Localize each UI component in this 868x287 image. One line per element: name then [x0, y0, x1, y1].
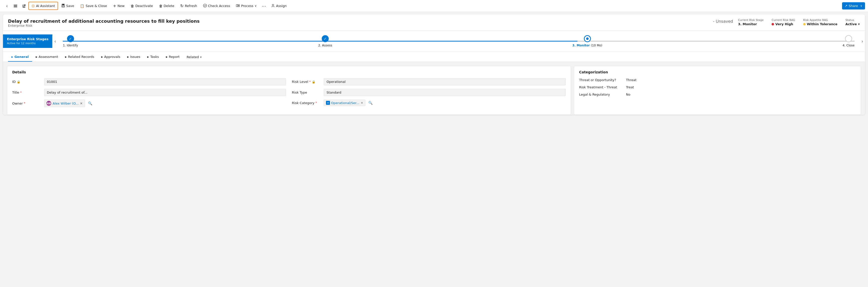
deactivate-button[interactable]: 🗑 Deactivate — [128, 2, 156, 10]
category-icon: ≡ — [326, 101, 330, 105]
share-label: Share — [848, 4, 858, 8]
stage-track-container: ✓ 1. Identify ✓ 2. Assess — [58, 31, 860, 52]
record-subtitle: Enterprise Risk — [8, 24, 733, 27]
cat-label-0: Threat or Opportunity? — [579, 78, 624, 82]
svg-rect-1 — [14, 6, 17, 6]
stage-item-3[interactable]: 3. Monitor (10 Mo) — [572, 35, 602, 47]
status-badge: Status Active ∨ — [845, 19, 860, 26]
risk-category-search-icon[interactable]: 🔍 — [368, 101, 373, 105]
back-button[interactable]: ‹ — [3, 2, 11, 10]
svg-rect-9 — [238, 6, 240, 7]
cat-value-0: Threat — [626, 78, 637, 82]
tab-report-arrow: ▶ — [166, 56, 168, 58]
tab-assessment[interactable]: ▶ Assessment — [32, 52, 62, 62]
tab-tasks-label: Tasks — [150, 55, 159, 59]
check-mark-2: ✓ — [324, 37, 327, 41]
details-left-fields: ID 🔒 01001 Title * Delay of recruitment … — [12, 78, 286, 111]
tab-general[interactable]: ▶ General — [8, 52, 32, 62]
current-risk-stage-value: 3. Monitor — [738, 22, 757, 26]
tab-related-records[interactable]: ▶ Related Records — [62, 52, 98, 62]
check-access-button[interactable]: Check Access — [200, 2, 233, 10]
owner-close-icon[interactable]: ✕ — [80, 102, 83, 105]
tab-assessment-arrow: ▶ — [36, 56, 37, 58]
stage-track: ✓ 1. Identify ✓ 2. Assess — [63, 35, 855, 47]
main-card: Delay of recruitment of additional accou… — [3, 15, 865, 115]
field-input-risk-type[interactable]: Standard — [324, 89, 565, 96]
check-mark-1: ✓ — [69, 37, 72, 41]
field-row-risk-type: Risk Type Standard — [292, 89, 565, 96]
save-button[interactable]: Save — [59, 2, 77, 10]
more-button[interactable]: ⋯ — [260, 2, 268, 10]
details-panel-title: Details — [12, 70, 566, 74]
delete-button[interactable]: 🗑 Delete — [156, 2, 177, 10]
field-input-risk-level: Operational — [324, 78, 565, 85]
details-panel: Details ID 🔒 01001 — [7, 66, 571, 115]
field-row-risk-category: Risk Category * ≡ Operational/Ser... ✕ 🔍 — [292, 99, 565, 106]
unsaved-badge: - Unsaved — [713, 19, 733, 24]
status-dropdown[interactable]: Active ∨ — [845, 22, 860, 26]
refresh-button[interactable]: ↻ Refresh — [178, 2, 200, 10]
status-chevron-icon: ∨ — [858, 23, 860, 26]
assign-button[interactable]: Assign — [269, 2, 289, 10]
risk-category-close-icon[interactable]: ✕ — [361, 101, 363, 105]
share-chevron-icon: ∨ — [860, 4, 862, 7]
save-close-button[interactable]: 📋 Save & Close — [77, 2, 110, 10]
owner-search-icon[interactable]: 🔍 — [88, 101, 92, 105]
status-badges: Current Risk Stage 3. Monitor Current Ri… — [738, 19, 860, 26]
owner-name: Alex Wilber (O... — [53, 102, 79, 105]
field-label-risk-level: Risk Level * 🔒 — [292, 80, 322, 84]
tab-approvals-label: Approvals — [104, 55, 120, 59]
field-input-title[interactable]: Delay of recruitment of... — [44, 89, 286, 96]
process-button[interactable]: Process ∨ — [233, 2, 259, 10]
ai-assistant-button[interactable]: ⊙ AI Assistant — [28, 2, 58, 10]
rag-dot-yellow — [803, 23, 806, 25]
cat-value-2: No — [626, 93, 630, 96]
field-row-title: Title * Delay of recruitment of... — [12, 89, 286, 96]
tab-general-label: General — [14, 55, 29, 59]
stage-label-sub: Active for 12 months — [7, 41, 48, 45]
svg-rect-2 — [14, 7, 17, 7]
field-label-risk-type: Risk Type — [292, 91, 322, 94]
details-right-fields: Risk Level * 🔒 Operational Risk Type Sta… — [292, 78, 565, 111]
stage-nav-right-button[interactable]: › — [860, 39, 865, 44]
field-input-id: 01001 — [44, 78, 286, 85]
tab-approvals[interactable]: ▶ Approvals — [98, 52, 124, 62]
tab-tasks[interactable]: ▶ Tasks — [144, 52, 162, 62]
stage-nav-left-button[interactable]: ‹ — [52, 39, 58, 44]
open-button[interactable] — [20, 2, 28, 10]
field-label-title: Title * — [12, 91, 42, 94]
required-star-risk-level: * — [309, 80, 311, 84]
stage-item-2[interactable]: ✓ 2. Assess — [318, 35, 332, 47]
cat-field-row-0: Threat or Opportunity? Threat — [579, 78, 856, 82]
ai-assistant-label: AI Assistant — [36, 4, 55, 8]
current-risk-rag-value: Very High — [772, 22, 793, 26]
current-risk-rag-badge: Current Risk RAG Very High — [772, 19, 795, 26]
share-button[interactable]: ↗ Share ∨ — [842, 2, 865, 9]
stage-label-title: Enterprise Risk Stages — [7, 37, 48, 41]
save-icon — [61, 4, 65, 8]
stage-item-1[interactable]: ✓ 1. Identify — [63, 35, 78, 47]
tab-related-dropdown[interactable]: Related ∨ — [183, 52, 205, 61]
required-star-owner: * — [24, 102, 25, 105]
tab-report[interactable]: ▶ Report — [162, 52, 183, 62]
share-icon: ↗ — [845, 4, 847, 8]
list-button[interactable] — [11, 2, 20, 10]
stage-circle-3 — [584, 35, 591, 42]
stage-circle-4 — [845, 35, 852, 42]
lock-icon-id: 🔒 — [17, 80, 21, 84]
risk-appetite-rag-badge: Risk Appetite RAG Within Tolerance — [803, 19, 838, 26]
field-row-owner: Owner * AW Alex Wilber (O... ✕ 🔍 — [12, 99, 286, 107]
stage-item-4[interactable]: 4. Close — [843, 35, 855, 47]
new-label: New — [118, 4, 125, 8]
cat-label-1: Risk Treatment - Threat — [579, 85, 624, 89]
deactivate-icon: 🗑 — [131, 4, 134, 8]
tab-related-records-arrow: ▶ — [65, 56, 67, 58]
stage-section: Enterprise Risk Stages Active for 12 mon… — [3, 31, 865, 52]
field-row-risk-level: Risk Level * 🔒 Operational — [292, 78, 565, 85]
required-star-risk-category: * — [315, 101, 317, 105]
owner-avatar: AW — [46, 101, 51, 106]
process-icon — [236, 4, 240, 8]
new-button[interactable]: + New — [110, 2, 127, 10]
field-row-id: ID 🔒 01001 — [12, 78, 286, 85]
tab-issues[interactable]: ▶ Issues — [124, 52, 144, 62]
